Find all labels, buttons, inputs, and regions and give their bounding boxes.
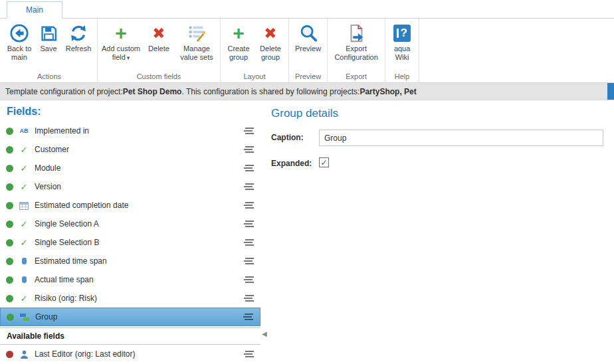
person-icon bbox=[19, 350, 29, 359]
back-arrow-icon bbox=[9, 22, 29, 45]
expanded-checkbox[interactable]: ✓ bbox=[319, 157, 329, 167]
drag-handle-icon[interactable] bbox=[244, 238, 254, 246]
field-row-actual-time-span[interactable]: Actual time span bbox=[0, 270, 260, 289]
value-sets-list-icon bbox=[187, 22, 207, 45]
delete-field-label: Delete bbox=[148, 45, 169, 53]
tab-main[interactable]: Main bbox=[7, 1, 62, 19]
field-row-estimated-completion-date[interactable]: Estimated completion date bbox=[0, 196, 260, 215]
export-document-icon bbox=[346, 22, 366, 45]
checkmark-icon: ✓ bbox=[19, 182, 29, 192]
refresh-button[interactable]: Refresh bbox=[62, 20, 95, 55]
drag-handle-icon[interactable] bbox=[244, 350, 254, 358]
save-button[interactable]: Save bbox=[35, 20, 62, 55]
info-prefix: Template configuration of project: bbox=[5, 87, 123, 96]
drag-handle-icon[interactable] bbox=[244, 294, 254, 302]
drag-handle-icon[interactable] bbox=[244, 164, 254, 172]
fields-panel-title: Fields: bbox=[0, 100, 266, 122]
status-dot bbox=[6, 165, 13, 172]
help-question-icon: ? bbox=[393, 22, 411, 45]
field-label: Single Selection A bbox=[35, 219, 99, 228]
manage-value-sets-label: Manage value sets bbox=[177, 45, 217, 61]
expanded-label: Expanded: bbox=[271, 155, 319, 168]
aqua-wiki-button[interactable]: ? aqua Wiki bbox=[387, 20, 417, 63]
delete-group-button[interactable]: ✖ Delete group bbox=[255, 20, 286, 63]
drag-handle-icon[interactable] bbox=[244, 257, 254, 265]
field-label: Customer bbox=[35, 145, 69, 154]
field-row-module[interactable]: ✓ Module bbox=[0, 159, 260, 177]
fields-panel: Fields: AB Implemented in ✓ Customer ✓ M… bbox=[0, 100, 266, 362]
details-title: Group details bbox=[271, 104, 603, 130]
field-label: Version bbox=[35, 182, 61, 191]
drag-handle-icon[interactable] bbox=[244, 220, 254, 228]
field-label: Estimated completion date bbox=[35, 201, 128, 210]
add-custom-field-button[interactable]: + Add custom field▾ bbox=[100, 20, 142, 63]
aqua-wiki-label: aqua Wiki bbox=[389, 45, 415, 61]
drag-handle-icon[interactable] bbox=[244, 276, 254, 284]
manage-value-sets-button[interactable]: Manage value sets bbox=[175, 20, 218, 63]
ribbon-group-label-preview: Preview bbox=[291, 71, 325, 82]
ribbon-group-label-help: Help bbox=[387, 71, 417, 82]
status-dot bbox=[6, 202, 13, 209]
plus-icon: + bbox=[233, 22, 245, 45]
caption-form-row: Caption: bbox=[271, 130, 603, 146]
time-span-icon bbox=[19, 258, 29, 264]
project-info-bar: Template configuration of project: Pet S… bbox=[0, 83, 614, 100]
delete-x-icon: ✖ bbox=[152, 22, 165, 45]
project-name: Pet Shop Demo bbox=[123, 87, 182, 96]
add-custom-field-label: Add custom field bbox=[102, 45, 140, 61]
field-row-single-selection-b[interactable]: ✓ Single Selection B bbox=[0, 233, 260, 252]
back-to-main-label: Back to main bbox=[5, 45, 34, 61]
caption-label: Caption: bbox=[271, 130, 319, 142]
field-row-last-editor[interactable]: Last Editor (orig: Last editor) bbox=[0, 345, 260, 363]
field-row-group-selected[interactable]: Group bbox=[0, 308, 260, 326]
calendar-icon bbox=[19, 201, 29, 210]
field-label: Risiko (orig: Risk) bbox=[35, 294, 97, 303]
collapse-panel-icon[interactable]: ◀ bbox=[262, 330, 267, 337]
text-field-icon: AB bbox=[19, 128, 29, 134]
field-row-estimated-time-span[interactable]: Estimated time span bbox=[0, 252, 260, 270]
refresh-label: Refresh bbox=[66, 45, 92, 53]
expanded-form-row: Expanded: ✓ bbox=[271, 155, 603, 168]
ribbon-group-preview: Preview Preview bbox=[289, 19, 328, 82]
ribbon-group-label-layout: Layout bbox=[223, 71, 286, 82]
checkmark-icon: ✓ bbox=[19, 219, 29, 229]
field-row-single-selection-a[interactable]: ✓ Single Selection A bbox=[0, 215, 260, 233]
group-details-panel: Group details Caption: Expanded: ✓ bbox=[266, 100, 614, 362]
field-row-customer[interactable]: ✓ Customer bbox=[0, 140, 260, 159]
caption-input[interactable] bbox=[319, 130, 603, 146]
export-configuration-button[interactable]: Export Configuration bbox=[330, 20, 383, 63]
ribbon-group-actions: Back to main Save Refresh Actions bbox=[1, 19, 98, 82]
save-label: Save bbox=[40, 45, 56, 53]
field-label: Estimated time span bbox=[35, 256, 107, 266]
create-group-label: Create group bbox=[224, 45, 253, 61]
field-row-version[interactable]: ✓ Version bbox=[0, 177, 260, 196]
available-fields-header: Available fields bbox=[0, 327, 260, 345]
save-floppy-icon bbox=[39, 22, 58, 45]
ribbon-group-label-export: Export bbox=[330, 71, 383, 82]
drag-handle-icon[interactable] bbox=[244, 201, 254, 209]
drag-handle-icon[interactable] bbox=[244, 127, 254, 135]
field-label: Group bbox=[35, 312, 57, 321]
checkmark-icon: ✓ bbox=[19, 294, 29, 304]
drag-handle-icon[interactable] bbox=[244, 183, 254, 191]
status-dot bbox=[6, 295, 13, 302]
group-icon bbox=[19, 313, 30, 321]
drag-handle-icon[interactable] bbox=[244, 145, 254, 153]
status-dot bbox=[6, 276, 13, 284]
ribbon: Back to main Save Refresh Actions + bbox=[0, 19, 614, 83]
field-label: Single Selection B bbox=[35, 238, 99, 247]
time-span-icon bbox=[19, 276, 29, 283]
status-dot bbox=[6, 258, 13, 265]
field-row-risiko[interactable]: ✓ Risiko (orig: Risk) bbox=[0, 289, 260, 308]
preview-label: Preview bbox=[295, 45, 321, 53]
ribbon-group-export: Export Configuration Export bbox=[328, 19, 385, 82]
back-to-main-button[interactable]: Back to main bbox=[3, 20, 35, 63]
info-middle: . This configuration is shared by follow… bbox=[181, 87, 359, 96]
field-row-implemented-in[interactable]: AB Implemented in bbox=[0, 122, 260, 140]
create-group-button[interactable]: + Create group bbox=[223, 20, 255, 63]
export-configuration-label: Export Configuration bbox=[331, 45, 381, 61]
preview-button[interactable]: Preview bbox=[292, 20, 325, 55]
ribbon-tab-bar: Main bbox=[0, 0, 614, 19]
delete-field-button[interactable]: ✖ Delete bbox=[142, 20, 175, 55]
drag-handle-icon[interactable] bbox=[243, 313, 253, 321]
